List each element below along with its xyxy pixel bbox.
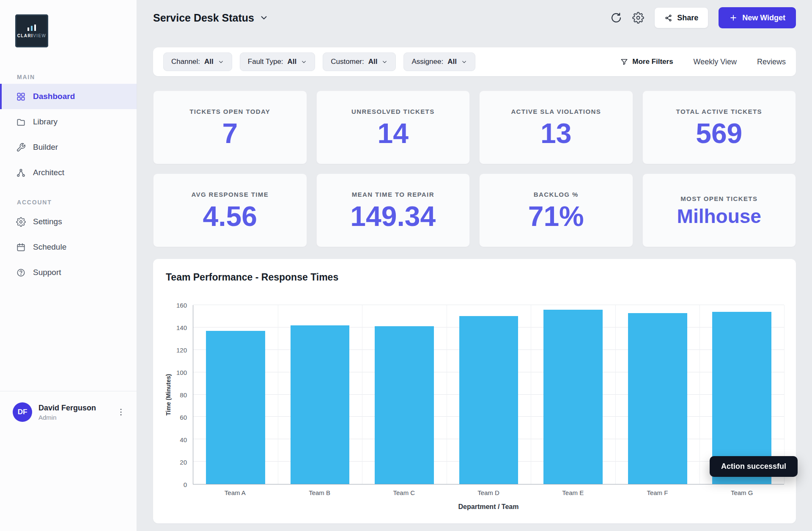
user-card: DF David Ferguson Admin — [0, 391, 137, 422]
kpi-label: TICKETS OPEN TODAY — [189, 108, 270, 115]
x-axis-title: Department / Team — [193, 503, 784, 511]
kpi-label: UNRESOLVED TICKETS — [351, 108, 435, 115]
sidebar-item-dashboard[interactable]: Dashboard — [0, 84, 137, 109]
kpi-value: 71% — [528, 202, 584, 230]
folder-icon — [16, 117, 26, 127]
y-tick-label: 80 — [180, 391, 187, 399]
sidebar-item-support[interactable]: Support — [0, 260, 137, 285]
refresh-icon[interactable] — [610, 12, 622, 24]
reviews-link[interactable]: Reviews — [757, 58, 786, 66]
kpi-value: Milhouse — [677, 206, 761, 226]
filter-chip-assignee[interactable]: Assignee: All — [403, 52, 475, 71]
kpi-label: TOTAL ACTIVE TICKETS — [676, 108, 762, 115]
main-content: Service Desk Status Share — [137, 0, 812, 531]
sidebar-item-library[interactable]: Library — [0, 109, 137, 135]
sidebar-item-schedule[interactable]: Schedule — [0, 234, 137, 260]
help-circle-icon — [16, 268, 26, 278]
bar-slot — [615, 305, 700, 484]
bar-team-c — [375, 326, 434, 484]
new-widget-button[interactable]: New Widget — [719, 7, 796, 28]
avatar: DF — [13, 402, 32, 422]
gear-icon[interactable] — [632, 12, 644, 24]
bar-slot — [531, 305, 615, 484]
filter-chip-customer[interactable]: Customer: All — [323, 52, 396, 71]
filter-chip-fault-type[interactable]: Fault Type: All — [240, 52, 315, 71]
y-tick-label: 140 — [176, 324, 187, 331]
y-tick-label: 20 — [180, 459, 187, 466]
kpi-card-backlog-pct: BACKLOG % 71% — [479, 173, 633, 247]
bar-slot — [193, 305, 278, 484]
y-tick-label: 40 — [180, 436, 187, 443]
chevron-down-icon — [259, 13, 269, 22]
kpi-value: 569 — [696, 119, 742, 147]
sidebar-section-main: MAIN — [17, 74, 137, 80]
sidebar-item-label: Library — [33, 117, 58, 127]
y-axis-title: Time (Minutes) — [165, 374, 172, 416]
share-icon — [664, 14, 672, 22]
kpi-card-most-open-tickets: MOST OPEN TICKETS Milhouse — [642, 173, 796, 247]
sidebar-item-label: Schedule — [33, 242, 66, 252]
dashboard-grid-icon — [16, 92, 26, 102]
filter-links: More Filters Weekly View Reviews — [620, 58, 786, 66]
dashboard-title-dropdown[interactable]: Service Desk Status — [153, 12, 269, 24]
more-filters-button[interactable]: More Filters — [620, 58, 673, 66]
user-name: David Ferguson — [38, 404, 96, 413]
kpi-value: 14 — [378, 119, 409, 147]
bar-team-e — [543, 310, 603, 484]
kpi-label: BACKLOG % — [534, 191, 579, 198]
bar-team-a — [206, 331, 265, 484]
y-tick-label: 100 — [176, 369, 187, 376]
nodes-icon — [16, 168, 26, 178]
kpi-value: 13 — [540, 119, 571, 147]
logo-text: CLARIVIEW — [17, 33, 47, 38]
plus-icon — [729, 14, 738, 22]
bar-slot — [447, 305, 531, 484]
kpi-grid: TICKETS OPEN TODAY 7 UNRESOLVED TICKETS … — [153, 91, 796, 247]
bar-slot — [278, 305, 362, 484]
kpi-card-avg-response-time: AVG RESPONSE TIME 4.56 — [153, 173, 307, 247]
sidebar: CLARIVIEW MAIN Dashboard Library Builder… — [0, 0, 137, 531]
y-tick-label: 0 — [184, 481, 187, 488]
header-actions: Share New Widget — [610, 7, 796, 28]
chevron-down-icon — [461, 59, 467, 65]
kpi-label: MEAN TIME TO REPAIR — [352, 191, 434, 198]
chart-card: Team Performance - Response Times Time (… — [153, 259, 796, 523]
sidebar-item-architect[interactable]: Architect — [0, 160, 137, 185]
calendar-icon — [16, 242, 26, 252]
x-axis-labels: Team ATeam BTeam CTeam DTeam ETeam FTeam… — [193, 489, 784, 496]
y-tick-label: 60 — [180, 414, 187, 421]
bar-team-b — [291, 325, 350, 484]
filter-bar: Channel: All Fault Type: All Customer: A… — [153, 47, 796, 76]
wrench-icon — [16, 143, 26, 152]
x-tick-label: Team E — [531, 489, 615, 496]
bar-team-d — [459, 316, 518, 484]
sidebar-item-label: Architect — [33, 168, 64, 177]
share-button[interactable]: Share — [654, 7, 708, 28]
kpi-label: AVG RESPONSE TIME — [191, 191, 269, 198]
kebab-menu-icon[interactable] — [116, 407, 126, 417]
x-tick-label: Team C — [362, 489, 446, 496]
logo-bars-icon — [26, 24, 37, 31]
user-role: Admin — [38, 414, 96, 421]
x-tick-label: Team D — [446, 489, 531, 496]
chart-title: Team Performance - Response Times — [153, 272, 796, 283]
chevron-down-icon — [381, 59, 388, 65]
filter-chip-channel[interactable]: Channel: All — [163, 52, 232, 71]
kpi-value: 4.56 — [203, 202, 257, 230]
chevron-down-icon — [301, 59, 307, 65]
sidebar-item-label: Builder — [33, 143, 58, 152]
kpi-card-tickets-open-today: TICKETS OPEN TODAY 7 — [153, 91, 307, 164]
sidebar-item-label: Settings — [33, 217, 62, 226]
sidebar-item-label: Support — [33, 268, 61, 277]
weekly-view-link[interactable]: Weekly View — [694, 58, 737, 66]
chevron-down-icon — [218, 59, 224, 65]
kpi-value: 7 — [222, 119, 238, 147]
sidebar-item-builder[interactable]: Builder — [0, 135, 137, 160]
kpi-label: MOST OPEN TICKETS — [680, 195, 757, 202]
sidebar-item-settings[interactable]: Settings — [0, 209, 137, 234]
gear-icon — [16, 217, 26, 227]
toast-notification: Action successful — [710, 456, 798, 477]
kpi-card-unresolved-tickets: UNRESOLVED TICKETS 14 — [316, 91, 470, 164]
sidebar-section-account: ACCOUNT — [17, 199, 137, 206]
bar-slot — [362, 305, 447, 484]
